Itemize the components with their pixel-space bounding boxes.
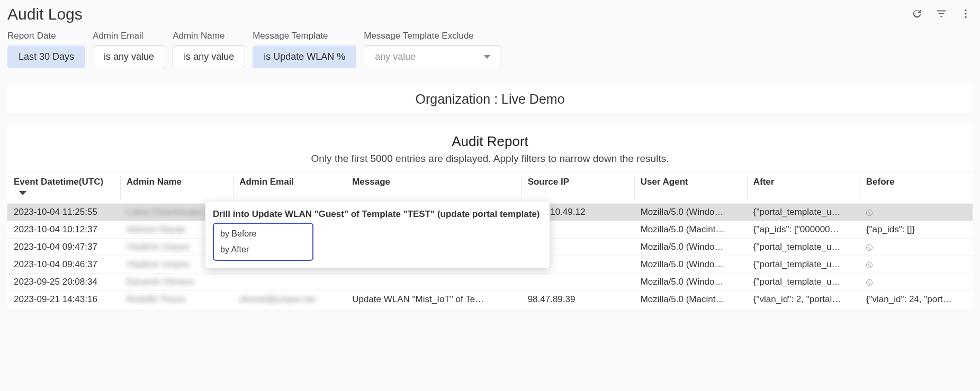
cell-user-agent: Mozilla/5.0 (Windo… [634,239,747,256]
sort-desc-icon [19,191,26,195]
cell-after: {"ap_ids": ["000000… [747,221,860,239]
cell-source-ip: 98.47.89.39 [522,291,634,308]
cell-user-agent: Mozilla/5.0 (Macint… [634,221,747,239]
cell-after: {"portal_template_u… [747,256,860,274]
cell-datetime: 2023-10-04 10:12:37 [7,221,120,239]
cell-datetime: 2023-10-04 11:25:55 [7,204,120,221]
col-admin-name[interactable]: Admin Name [120,171,233,204]
col-admin-email[interactable]: Admin Email [233,171,346,204]
col-source-ip[interactable]: Source IP [522,171,634,204]
col-datetime[interactable]: Event Datetime(UTC) [7,171,120,204]
page-title: Audit Logs [7,5,83,23]
filter-msg-template-exclude-placeholder: any value [375,51,416,62]
cell-datetime: 2023-09-21 14:43:16 [7,291,120,308]
filter-msg-template-exclude[interactable]: any value [364,46,501,68]
cell-after: {"portal_template_u… [747,204,860,221]
cell-after: {"portal_template_u… [747,239,860,256]
cell-admin-name: Rodolfo Thune [120,291,233,308]
drill-option-after[interactable]: by After [214,242,312,258]
report-card: Audit Report Only the first 5000 entries… [7,124,973,310]
filter-label-msg-template: Message Template [253,31,356,41]
filter-msg-template[interactable]: is Update WLAN % [253,46,356,68]
col-user-agent[interactable]: User Agent [634,171,747,204]
filter-label-msg-template-exclude: Message Template Exclude [364,31,501,41]
refresh-icon[interactable] [911,8,923,21]
drill-popover-title: Drill into Update WLAN "Guest" of Templa… [213,209,540,220]
filter-admin-name[interactable]: is any value [173,46,245,68]
table-row[interactable]: 2023-09-21 14:43:16Rodolfo Thunerthone@j… [7,291,973,308]
drill-options-box: by Before by After [213,223,313,261]
cell-user-agent: Mozilla/5.0 (Windo… [634,204,747,221]
null-icon [866,279,873,286]
cell-user-agent: Mozilla/5.0 (Windo… [634,274,747,291]
svg-point-2 [965,16,967,18]
null-icon [866,210,873,216]
cell-datetime: 2023-09-25 20:08:34 [7,274,120,291]
filter-label-report-date: Report Date [7,31,85,41]
svg-point-1 [965,13,967,15]
filter-admin-email[interactable]: is any value [93,46,165,68]
organization-banner: Organization : Live Demo [7,84,973,114]
cell-before [860,204,973,221]
cell-before: {"ap_ids": []} [860,221,973,239]
svg-point-0 [965,9,967,11]
filter-bar: Report Date Last 30 Days Admin Email is … [0,29,980,75]
table-header-row: Event Datetime(UTC) Admin Name Admin Ema… [7,171,973,204]
drill-option-before[interactable]: by Before [214,226,312,242]
cell-datetime: 2023-10-04 09:47:37 [7,239,120,256]
cell-after: {"portal_template_u… [747,274,860,291]
cell-before: {"vlan_id": 24, "port… [860,291,973,308]
header-actions [911,8,972,21]
cell-source-ip [522,274,634,291]
report-title: Audit Report [7,124,973,153]
cell-before [860,256,973,274]
cell-before [860,239,973,256]
report-subtitle: Only the first 5000 entries are displaye… [7,153,973,171]
col-message[interactable]: Message [346,171,521,204]
cell-admin-email [233,274,346,291]
cell-after: {"vlan_id": 2, "portal… [747,291,860,308]
col-after[interactable]: After [747,171,860,204]
filter-icon[interactable] [936,8,947,21]
filter-report-date[interactable]: Last 30 Days [7,46,85,68]
col-before[interactable]: Before [860,171,973,204]
filter-label-admin-name: Admin Name [173,31,245,41]
cell-user-agent: Mozilla/5.0 (Macint… [634,291,747,308]
null-icon [866,244,873,251]
cell-before [860,274,973,291]
null-icon [866,262,873,268]
cell-datetime: 2023-10-04 09:46:37 [7,256,120,274]
more-icon[interactable] [960,8,972,21]
cell-user-agent: Mozilla/5.0 (Windo… [634,256,747,274]
cell-message [346,274,521,291]
filter-label-admin-email: Admin Email [93,31,165,41]
drill-popover: Drill into Update WLAN "Guest" of Templa… [205,202,550,268]
cell-admin-name: Eduardo Oliveira [120,274,233,291]
cell-message: Update WLAN "Mist_IoT" of Te… [346,291,521,308]
cell-admin-email: rthone@juniper.net [233,291,346,308]
table-row[interactable]: 2023-09-25 20:08:34Eduardo OliveiraMozil… [7,274,973,291]
chevron-down-icon [484,55,490,59]
